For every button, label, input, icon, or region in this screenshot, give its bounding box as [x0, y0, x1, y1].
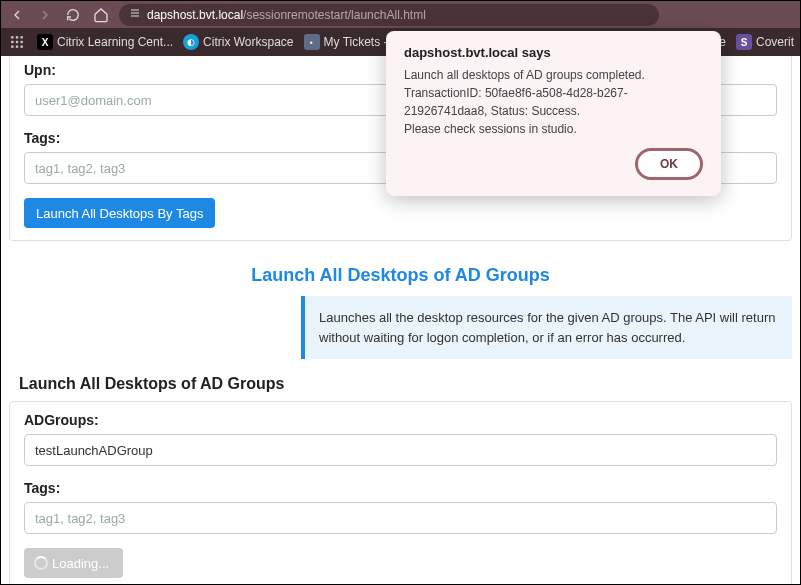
back-icon[interactable]: [7, 5, 27, 25]
home-icon[interactable]: [91, 5, 111, 25]
bookmark-citrix-learning[interactable]: XCitrix Learning Cent...: [37, 34, 173, 50]
svg-rect-3: [11, 41, 13, 43]
browser-toolbar: dapshost.bvt.local/sessionremotestart/la…: [1, 1, 800, 28]
site-info-icon[interactable]: [129, 7, 141, 22]
svg-rect-2: [21, 36, 23, 38]
adgroups-input[interactable]: [24, 434, 777, 466]
svg-rect-0: [11, 36, 13, 38]
tags2-label: Tags:: [24, 480, 777, 496]
loading-button: Loading...: [24, 548, 123, 578]
adgroups-label: ADGroups:: [24, 412, 777, 428]
fieldset-title: Launch All Desktops of AD Groups: [1, 375, 800, 401]
reload-icon[interactable]: [63, 5, 83, 25]
alert-title: dapshost.bvt.local says: [404, 45, 703, 60]
apps-icon[interactable]: [7, 32, 27, 52]
section-info: Launches all the desktop resources for t…: [301, 296, 792, 359]
svg-rect-5: [21, 41, 23, 43]
spinner-icon: [34, 556, 48, 570]
svg-rect-1: [16, 36, 18, 38]
forward-icon: [35, 5, 55, 25]
launch-adgroups-card: ADGroups: Tags: Loading...: [9, 401, 792, 585]
launch-by-tags-button[interactable]: Launch All Desktops By Tags: [24, 198, 215, 228]
url-domain: dapshost.bvt.local: [147, 8, 243, 22]
section-title: Launch All Desktops of AD Groups: [1, 265, 800, 286]
tags2-input[interactable]: [24, 502, 777, 534]
alert-ok-button[interactable]: OK: [635, 148, 703, 180]
address-bar[interactable]: dapshost.bvt.local/sessionremotestart/la…: [119, 4, 659, 26]
bookmark-citrix-workspace[interactable]: ◐Citrix Workspace: [183, 34, 293, 50]
bookmark-coverit[interactable]: SCoverit: [736, 34, 794, 50]
alert-body: Launch all desktops of AD groups complet…: [404, 66, 703, 138]
svg-rect-7: [16, 46, 18, 48]
svg-rect-4: [16, 41, 18, 43]
url-path: /sessionremotestart/launchAll.html: [243, 8, 426, 22]
svg-rect-6: [11, 46, 13, 48]
alert-dialog: dapshost.bvt.local says Launch all deskt…: [386, 31, 721, 196]
svg-rect-8: [21, 46, 23, 48]
